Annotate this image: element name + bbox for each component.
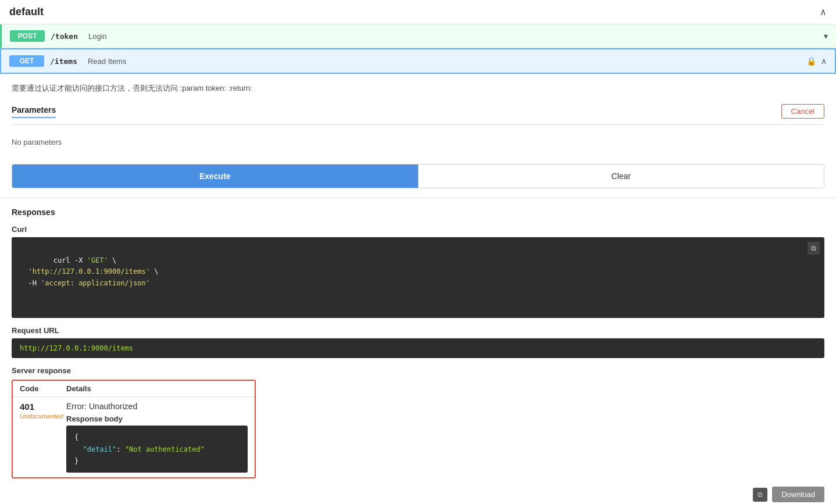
get-chevron-up-icon[interactable]: ∧ <box>821 56 827 66</box>
expanded-area: 需要通过认证才能访问的接口方法，否则无法访问 :param token: :re… <box>0 74 836 198</box>
curl-label: Curl <box>12 225 824 234</box>
section-chevron-up-icon[interactable]: ∧ <box>820 6 827 17</box>
curl-copy-button[interactable]: ⧉ <box>808 242 820 255</box>
col-details-header: Details <box>66 384 91 393</box>
server-response-block: Server response Code Details 401 Undocum… <box>12 366 824 504</box>
request-url-block: Request URL http://127.0.0.1:9000/items <box>12 326 824 358</box>
response-json-block: { "detail": "Not authenticated" } <box>66 426 248 473</box>
responses-section: Responses Curl curl -X 'GET' \ 'http://1… <box>0 198 836 504</box>
section-title: default <box>9 6 44 18</box>
response-details-cell: Error: Unauthorized Response body { "det… <box>66 402 248 473</box>
page-wrapper: default ∧ POST /token Login ▾ GET /items… <box>0 0 836 504</box>
col-code-header: Code <box>20 384 66 393</box>
post-chevron-down-icon[interactable]: ▾ <box>824 31 828 41</box>
download-row: ⧉ Download <box>12 483 824 504</box>
response-table-header: Code Details <box>13 381 255 397</box>
response-body-label: Response body <box>66 414 248 423</box>
section-header: default ∧ <box>0 0 836 24</box>
no-params-text: No parameters <box>12 131 824 153</box>
response-code-cell: 401 Undocumented <box>20 402 66 420</box>
post-method-badge: POST <box>10 30 45 42</box>
post-endpoint-right: ▾ <box>824 31 828 41</box>
action-row: Execute Clear <box>12 164 824 188</box>
request-url-code: http://127.0.0.1:9000/items <box>12 338 824 358</box>
post-endpoint-desc: Login <box>88 32 107 41</box>
post-endpoint-path: /token <box>51 32 78 41</box>
execute-button[interactable]: Execute <box>12 165 418 188</box>
curl-line1: curl -X 'GET' \ 'http://127.0.0.1:9000/i… <box>20 256 158 287</box>
response-code-num: 401 <box>20 402 66 412</box>
get-endpoint-left: GET /items Read Items <box>9 55 126 67</box>
post-endpoint-left: POST /token Login <box>10 30 107 42</box>
server-response-label: Server response <box>12 366 824 375</box>
clear-button[interactable]: Clear <box>418 165 824 188</box>
endpoint-description: 需要通过认证才能访问的接口方法，否则无法访问 :param token: :re… <box>12 83 824 94</box>
post-endpoint-row[interactable]: POST /token Login ▾ <box>0 24 836 48</box>
download-button[interactable]: Download <box>772 487 824 502</box>
responses-title: Responses <box>12 208 824 217</box>
lock-icon: 🔒 <box>806 56 816 66</box>
get-endpoint-path: /items <box>50 57 77 66</box>
parameters-title: Parameters <box>12 105 56 118</box>
get-endpoint-row[interactable]: GET /items Read Items 🔒 ∧ <box>0 48 836 74</box>
error-title: Error: Unauthorized <box>66 402 248 411</box>
get-endpoint-desc: Read Items <box>88 57 126 66</box>
request-url-label: Request URL <box>12 326 824 335</box>
get-endpoint-right: 🔒 ∧ <box>806 56 827 66</box>
response-table-row: 401 Undocumented Error: Unauthorized Res… <box>13 397 255 477</box>
response-copy-button[interactable]: ⧉ <box>753 488 767 502</box>
get-method-badge: GET <box>9 55 44 67</box>
response-table: Code Details 401 Undocumented Error: Una… <box>12 380 256 478</box>
curl-block: Curl curl -X 'GET' \ 'http://127.0.0.1:9… <box>12 225 824 318</box>
cancel-button[interactable]: Cancel <box>781 104 824 119</box>
undocumented-label: Undocumented <box>20 413 63 420</box>
curl-code-block: curl -X 'GET' \ 'http://127.0.0.1:9000/i… <box>12 237 824 318</box>
params-header: Parameters Cancel <box>12 104 824 119</box>
